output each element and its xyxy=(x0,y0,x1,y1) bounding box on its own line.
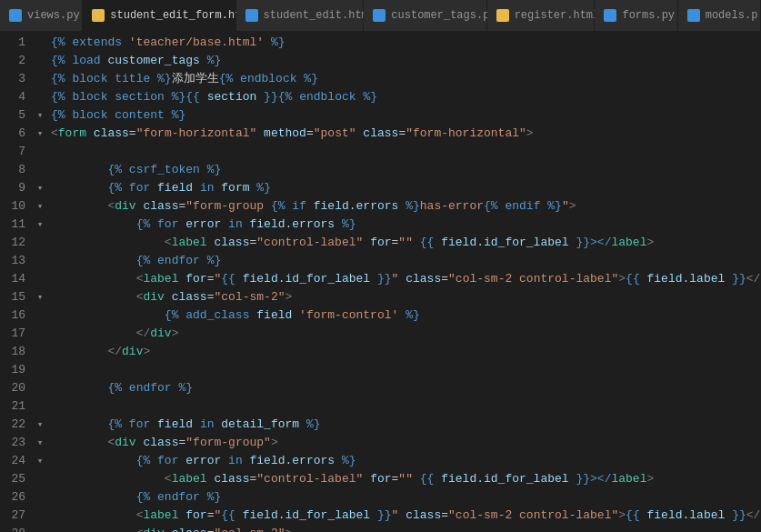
tab-label-student_edit_form: student_edit_form.html xyxy=(110,9,254,22)
code-line-19 xyxy=(51,361,761,379)
line-number-9: 9 xyxy=(11,179,25,197)
code-line-25: <label class="control-label" for="" {{ f… xyxy=(51,470,761,488)
line-number-25: 25 xyxy=(11,470,25,488)
fold-26 xyxy=(33,488,47,507)
fold-28[interactable]: ▾ xyxy=(33,525,47,532)
fold-2 xyxy=(33,52,47,70)
code-line-22: {% for field in detail_form %} xyxy=(51,416,761,434)
line-number-19: 19 xyxy=(11,361,25,379)
code-line-23: <div class="form-group"> xyxy=(51,434,761,452)
fold-15[interactable]: ▾ xyxy=(33,288,47,306)
line-number-10: 10 xyxy=(11,197,25,216)
line-number-12: 12 xyxy=(11,234,25,252)
tab-register[interactable]: register.html× xyxy=(487,0,596,31)
code-line-21 xyxy=(51,397,761,416)
code-line-13: {% endfor %} xyxy=(51,252,761,270)
line-number-28: 28 xyxy=(11,525,25,532)
tab-label-views: views.py xyxy=(27,9,80,22)
code-line-10: <div class="form-group {% if field.error… xyxy=(51,197,761,216)
code-line-15: <div class="col-sm-2"> xyxy=(51,288,761,306)
fold-12 xyxy=(33,234,47,252)
code-line-9: {% for field in form %} xyxy=(51,179,761,197)
code-line-17: </div> xyxy=(51,325,761,343)
tab-icon-student_edit_form xyxy=(92,9,105,22)
fold-18 xyxy=(33,343,47,361)
line-number-20: 20 xyxy=(11,379,25,397)
line-number-16: 16 xyxy=(11,306,25,325)
tab-label-customer_tags: customer_tags.py xyxy=(391,9,496,22)
fold-13 xyxy=(33,252,47,270)
code-line-11: {% for error in field.errors %} xyxy=(51,216,761,234)
line-number-6: 6 xyxy=(11,125,25,143)
code-line-5: {% block content %} xyxy=(51,106,761,125)
line-number-23: 23 xyxy=(11,434,25,452)
tab-icon-models xyxy=(687,9,700,22)
line-number-18: 18 xyxy=(11,343,25,361)
fold-3 xyxy=(33,70,47,88)
line-number-1: 1 xyxy=(11,34,25,52)
code-line-16: {% add_class field 'form-control' %} xyxy=(51,306,761,325)
fold-1 xyxy=(33,34,47,52)
line-number-22: 22 xyxy=(11,416,25,434)
code-content: {% extends 'teacher/base.html' %}{% load… xyxy=(47,32,761,532)
fold-19 xyxy=(33,361,47,379)
line-number-27: 27 xyxy=(11,507,25,525)
code-line-12: <label class="control-label" for="" {{ f… xyxy=(51,234,761,252)
fold-23[interactable]: ▾ xyxy=(33,434,47,452)
line-number-3: 3 xyxy=(11,70,25,88)
tab-label-models: models.p xyxy=(706,9,758,22)
line-number-8: 8 xyxy=(11,161,25,179)
tab-label-student_edit: student_edit.html xyxy=(264,9,375,22)
line-number-11: 11 xyxy=(11,216,25,234)
fold-20 xyxy=(33,379,47,397)
code-line-4: {% block section %}{{ section }}{% endbl… xyxy=(51,88,761,106)
fold-11[interactable]: ▾ xyxy=(33,216,47,234)
line-number-2: 2 xyxy=(11,52,25,70)
tab-icon-register xyxy=(496,9,509,22)
fold-8 xyxy=(33,161,47,179)
tab-bar: views.py×student_edit_form.html×student_… xyxy=(0,0,761,32)
code-line-14: <label for="{{ field.id_for_label }}" cl… xyxy=(51,270,761,288)
fold-16 xyxy=(33,306,47,325)
tab-customer_tags[interactable]: customer_tags.py× xyxy=(364,0,486,31)
tab-student_edit[interactable]: student_edit.html× xyxy=(236,0,365,31)
fold-21 xyxy=(33,397,47,416)
code-line-20: {% endfor %} xyxy=(51,379,761,397)
code-line-3: {% block title %}添加学生{% endblock %} xyxy=(51,70,761,88)
code-line-18: </div> xyxy=(51,343,761,361)
line-number-7: 7 xyxy=(11,143,25,161)
tab-models[interactable]: models.p× xyxy=(678,0,761,31)
fold-14 xyxy=(33,270,47,288)
fold-24[interactable]: ▾ xyxy=(33,452,47,470)
code-line-1: {% extends 'teacher/base.html' %} xyxy=(51,34,761,52)
code-line-28: <div class="col-sm-2"> xyxy=(51,525,761,532)
code-line-8: {% csrf_token %} xyxy=(51,161,761,179)
tab-forms[interactable]: forms.py× xyxy=(595,0,677,31)
fold-6[interactable]: ▾ xyxy=(33,125,47,143)
line-number-4: 4 xyxy=(11,88,25,106)
tab-icon-student_edit xyxy=(245,9,258,22)
fold-4 xyxy=(33,88,47,106)
tab-views[interactable]: views.py× xyxy=(0,0,83,31)
code-line-24: {% for error in field.errors %} xyxy=(51,452,761,470)
fold-5[interactable]: ▾ xyxy=(33,106,47,125)
line-number-17: 17 xyxy=(11,325,25,343)
line-number-21: 21 xyxy=(11,397,25,416)
code-line-26: {% endfor %} xyxy=(51,488,761,507)
tab-icon-customer_tags xyxy=(373,9,386,22)
tab-student_edit_form[interactable]: student_edit_form.html× xyxy=(83,0,235,31)
fold-17 xyxy=(33,325,47,343)
fold-10[interactable]: ▾ xyxy=(33,197,47,216)
line-number-14: 14 xyxy=(11,270,25,288)
code-line-7 xyxy=(51,143,761,161)
tab-icon-forms xyxy=(604,9,616,22)
fold-22[interactable]: ▾ xyxy=(33,416,47,434)
fold-9[interactable]: ▾ xyxy=(33,179,47,197)
line-number-13: 13 xyxy=(11,252,25,270)
line-numbers: 1234567891011121314151617181920212223242… xyxy=(0,32,33,532)
fold-27 xyxy=(33,507,47,525)
line-number-24: 24 xyxy=(11,452,25,470)
line-number-15: 15 xyxy=(11,288,25,306)
code-line-27: <label for="{{ field.id_for_label }}" cl… xyxy=(51,507,761,525)
line-number-26: 26 xyxy=(11,488,25,507)
